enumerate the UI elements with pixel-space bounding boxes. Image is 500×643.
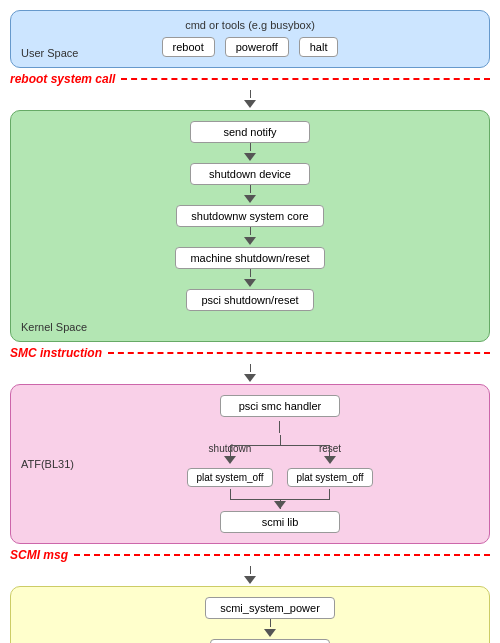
arrowhead-3 [244, 576, 256, 584]
diagram-container: cmd or tools (e.g busybox) reboot powero… [10, 10, 490, 643]
arrow-k1 [244, 185, 256, 205]
plat-system-off-right[interactable]: plat system_off [287, 468, 372, 487]
atf-box: ATF(BL31) psci smc handler sh [10, 384, 490, 544]
al-k0 [250, 143, 251, 151]
separator-scmi: SCMI msg [10, 548, 490, 562]
arrow-k3 [244, 269, 256, 289]
ah-k1 [244, 195, 256, 203]
user-space-buttons: reboot poweroff halt [21, 37, 479, 57]
kernel-flow-item-0: send notify [190, 121, 310, 143]
sep2-line [108, 352, 490, 354]
ah-atf-left [224, 456, 236, 464]
kernel-flow-item-4: psci shutdown/reset [186, 289, 313, 311]
arrowhead-2 [244, 374, 256, 382]
arrow-line-3 [250, 566, 251, 574]
ah-k3 [244, 279, 256, 287]
arrow-k2 [244, 227, 256, 247]
kernel-flow-item-1: shutdown device [190, 163, 310, 185]
user-space-label: User Space [21, 47, 78, 59]
sep2-label: SMC instruction [10, 346, 108, 360]
user-space-top-text: cmd or tools (e.g busybox) [21, 19, 479, 31]
kernel-flow-item-2: shutdownw system core [176, 205, 323, 227]
halt-button[interactable]: halt [299, 37, 339, 57]
psci-smc-handler-box: psci smc handler [220, 395, 340, 417]
scp-flow-item-1: power_domain [210, 639, 330, 643]
scp-flow-item-0: scmi_system_power [205, 597, 335, 619]
al-atf-left [279, 421, 280, 433]
al-s0 [270, 619, 271, 627]
scp-content: scmi_system_power power_domain smh_ppu [61, 597, 479, 643]
ah-k0 [244, 153, 256, 161]
sep1-label: reboot system call [10, 72, 121, 86]
scmi-lib-box: scmi lib [220, 511, 340, 533]
kernel-space-label: Kernel Space [21, 321, 87, 333]
atf-content: psci smc handler shutdown [81, 395, 479, 533]
user-space-box: cmd or tools (e.g busybox) reboot powero… [10, 10, 490, 68]
separator-reboot: reboot system call [10, 72, 490, 86]
arrow-line-1 [250, 90, 251, 98]
reboot-button[interactable]: reboot [162, 37, 215, 57]
al-k3 [250, 269, 251, 277]
arrow-line-2 [250, 364, 251, 372]
separator-smc: SMC instruction [10, 346, 490, 360]
arrow-kernel-to-atf [10, 364, 490, 384]
arrow-us-to-kernel [10, 90, 490, 110]
kernel-flow: send notify shutdown device shutdownw sy… [21, 121, 479, 311]
al-k2 [250, 227, 251, 235]
ah-s0 [264, 629, 276, 637]
poweroff-button[interactable]: poweroff [225, 37, 289, 57]
ah-atf-right [324, 456, 336, 464]
scp-box: SCP scmi_system_power power_domain smh_p… [10, 586, 490, 643]
sep3-line [74, 554, 490, 556]
arrowhead-1 [244, 100, 256, 108]
al-k1 [250, 185, 251, 193]
ah-k2 [244, 237, 256, 245]
arrow-atf-to-scp [10, 566, 490, 586]
sep3-label: SCMI msg [10, 548, 74, 562]
plat-system-off-left[interactable]: plat system_off [187, 468, 272, 487]
atf-label: ATF(BL31) [21, 458, 74, 470]
sep1-line [121, 78, 490, 80]
arrow-s0 [264, 619, 276, 639]
kernel-flow-item-3: machine shutdown/reset [175, 247, 324, 269]
kernel-space-box: send notify shutdown device shutdownw sy… [10, 110, 490, 342]
arrow-k0 [244, 143, 256, 163]
